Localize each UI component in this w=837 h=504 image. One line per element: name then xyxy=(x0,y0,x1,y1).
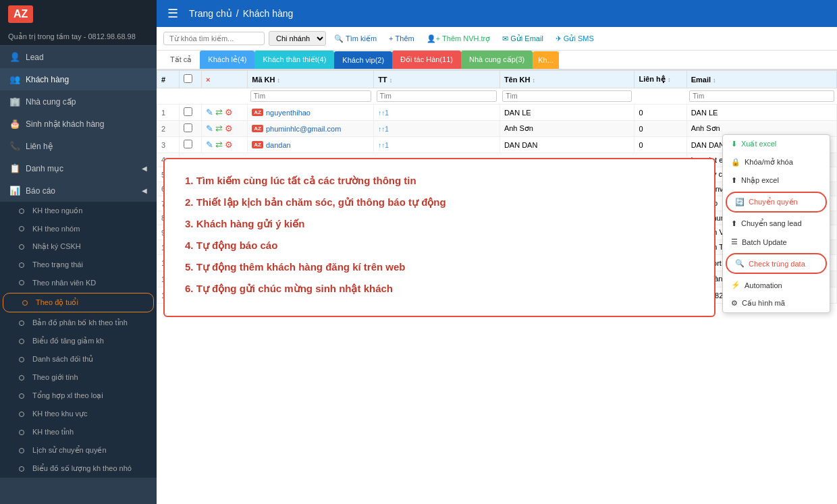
share-icon[interactable]: ⇄ xyxy=(215,107,223,117)
sidebar-sub-lichsuchuyenquyen[interactable]: Lịch sử chuyển quyền xyxy=(0,441,157,459)
sidebar-sub-label-12: KH theo tỉnh xyxy=(32,428,74,437)
sort-arrows-makh: ↕ xyxy=(277,77,281,84)
tab-kh-more[interactable]: Kh... xyxy=(533,51,559,69)
sidebar-item-nhacungcap[interactable]: 🏢 Nhà cung cấp xyxy=(0,90,157,113)
delete-icon[interactable]: ⚙ xyxy=(225,123,233,134)
breadcrumb-home[interactable]: Trang chủ xyxy=(189,8,232,19)
sidebar-item-baocao[interactable]: 📊 Báo cáo ◀ xyxy=(0,179,157,202)
makh-link[interactable]: dandan xyxy=(266,141,291,149)
filter-makh-input[interactable] xyxy=(250,90,371,102)
dropdown-chuyen-lead[interactable]: ⬆ Chuyển sang lead xyxy=(723,215,830,233)
branch-select[interactable]: Chi nhánh xyxy=(269,31,326,46)
sidebar-sub-dotuoi[interactable]: Theo độ tuổi xyxy=(3,293,154,312)
search-btn-icon: 🔍 xyxy=(334,34,344,43)
edit-icon[interactable]: ✎ xyxy=(206,107,213,117)
dropdown-check-trung[interactable]: 🔍 Check trùng data xyxy=(727,254,826,273)
sidebar-sub-gioitinh[interactable]: Theo giới tính xyxy=(0,368,157,387)
table-row: 1 ✎ ⇄ ⚙ AZ nguyenthihao xyxy=(157,105,837,121)
sidebar-sub-label-13: Lịch sử chuyển quyền xyxy=(32,446,107,455)
add-button[interactable]: + Thêm xyxy=(385,32,418,45)
filter-email[interactable] xyxy=(686,88,836,105)
row-checkbox[interactable] xyxy=(179,105,201,121)
tab-khach-than[interactable]: Khách thân thiết(4) xyxy=(254,51,334,69)
makh-link[interactable]: nguyenthihao xyxy=(266,109,310,117)
chuyen-lead-icon: ⬆ xyxy=(731,219,737,228)
sinhnhat-icon: 🎂 xyxy=(9,119,20,129)
dropdown-xuat-excel[interactable]: ⬇ Xuất excel xyxy=(723,135,830,153)
delete-icon[interactable]: ⚙ xyxy=(225,107,233,117)
row-checkbox[interactable] xyxy=(179,121,201,137)
sidebar-sub-bieudotanggiam[interactable]: Biểu đồ tăng giảm kh xyxy=(0,332,157,350)
sidebar-sub-khtinhkh[interactable]: KH theo tỉnh xyxy=(0,423,157,441)
tab-doi-tac[interactable]: Đối tác Hàn(11) xyxy=(392,51,461,69)
filter-tenkh-input[interactable] xyxy=(502,90,632,102)
col-email[interactable]: Email ↕ xyxy=(686,71,836,88)
sidebar-sub-bieudosolg[interactable]: Biểu đồ số lượng kh theo nhó xyxy=(0,459,157,478)
row-check[interactable] xyxy=(184,107,192,116)
row-check[interactable] xyxy=(184,140,192,148)
az-logo: AZ xyxy=(252,109,263,116)
sidebar-sub-bandophanbokh[interactable]: Bản đồ phân bố kh theo tỉnh xyxy=(0,314,157,332)
filter-tt[interactable] xyxy=(374,88,500,105)
sidebar-sub-nhatky[interactable]: Nhật ký CSKH xyxy=(0,237,157,256)
sidebar-sub-baocao: KH theo nguồn KH theo nhóm Nhật ký CSKH … xyxy=(0,202,157,478)
row-checkbox[interactable] xyxy=(179,137,201,153)
sidebar-item-danhmuc[interactable]: 📋 Danh mục ◀ xyxy=(0,157,157,179)
send-email-button[interactable]: ✉ Gửi Email xyxy=(498,32,547,45)
sidebar-sub-tonghopxl[interactable]: Tổng hợp xl theo loại xyxy=(0,387,157,405)
search-input[interactable] xyxy=(163,32,265,45)
col-makh[interactable]: Mã KH ↕ xyxy=(248,71,374,88)
dropdown-chuyen-quyen[interactable]: 🔄 Chuyển quyền xyxy=(727,193,826,211)
sidebar-item-lead[interactable]: 👤 Lead xyxy=(0,46,157,68)
tab-nha-cung[interactable]: Nhà cung cấp(3) xyxy=(461,51,533,69)
send-sms-button[interactable]: ✈ Gửi SMS xyxy=(551,32,598,45)
makh-link[interactable]: phuminhlc@gmail.com xyxy=(266,125,341,133)
sidebar-sub-label-4: Theo nhân viên KD xyxy=(32,279,96,287)
edit-icon[interactable]: ✎ xyxy=(206,123,213,134)
select-all-checkbox[interactable] xyxy=(184,74,192,83)
dropdown-nhap-excel[interactable]: ⬆ Nhập excel xyxy=(723,171,830,190)
menu-icon[interactable]: ☰ xyxy=(167,6,178,21)
feature-item-5: 6. Tự động gửi chúc mừng sinh nhật khách xyxy=(185,281,694,297)
col-checkbox[interactable] xyxy=(179,71,201,88)
col-lienhe[interactable]: Liên hệ ↕ xyxy=(634,71,686,88)
sidebar-sub-khnguon[interactable]: KH theo nguồn xyxy=(0,202,157,220)
tab-khach-le[interactable]: Khách lẻ(4) xyxy=(200,51,254,69)
xuat-excel-icon: ⬇ xyxy=(731,140,737,148)
filter-tenkh[interactable] xyxy=(500,88,634,105)
sidebar-sub-trangthai[interactable]: Theo trạng thái xyxy=(0,256,157,274)
sidebar-sub-danhsachdoithu[interactable]: Danh sách đối thủ xyxy=(0,350,157,368)
col-tt[interactable]: TT ↕ xyxy=(374,71,500,88)
sidebar-sub-khnhom[interactable]: KH theo nhóm xyxy=(0,220,157,237)
row-check[interactable] xyxy=(184,123,192,132)
sidebar-sub-khkhuvuc[interactable]: KH theo khu vực xyxy=(0,405,157,423)
dropdown-cau-hinh-ma[interactable]: ⚙ Cấu hình mã xyxy=(723,294,830,312)
edit-icon[interactable]: ✎ xyxy=(206,140,213,150)
automation-icon: ⚡ xyxy=(731,281,740,289)
sidebar-sub-nhanvien[interactable]: Theo nhân viên KD xyxy=(0,274,157,291)
col-tenkh[interactable]: Tên KH ↕ xyxy=(500,71,634,88)
search-button[interactable]: 🔍 Tìm kiếm xyxy=(330,32,381,45)
sort-arrows-tenkh: ↕ xyxy=(532,77,535,84)
dropdown-automation[interactable]: ⚡ Automation xyxy=(723,276,830,294)
sidebar-logo: AZ xyxy=(0,0,157,28)
sidebar-sub-label-11: KH theo khu vực xyxy=(32,410,88,418)
dropdown-khoa-mo-khoa[interactable]: 🔒 Khóa/mở khóa xyxy=(723,153,830,171)
topbar: ☰ Trang chủ / Khách hàng xyxy=(157,0,837,27)
delete-icon[interactable]: ⚙ xyxy=(225,140,233,150)
share-icon[interactable]: ⇄ xyxy=(215,140,223,150)
filter-email-input[interactable] xyxy=(689,90,834,102)
sidebar-item-khachhang[interactable]: 👥 Khách hàng xyxy=(0,68,157,90)
tab-khach-vip[interactable]: Khách vip(2) xyxy=(334,51,392,69)
filter-makh[interactable] xyxy=(248,88,374,105)
filter-tt-input[interactable] xyxy=(377,90,497,102)
add-nvh-button[interactable]: 👤+ Thêm NVH.trợ xyxy=(423,32,495,45)
dropdown-batch-update[interactable]: ☰ Batch Update xyxy=(723,233,830,251)
sidebar-item-sinhnhat[interactable]: 🎂 Sinh nhật khách hàng xyxy=(0,113,157,135)
filter-num xyxy=(157,88,180,105)
share-icon[interactable]: ⇄ xyxy=(215,123,223,134)
tab-tatca[interactable]: Tất cả xyxy=(162,51,200,69)
nhap-label: Nhập excel xyxy=(741,176,779,185)
baocao-arrow: ◀ xyxy=(142,187,147,194)
sidebar-item-lienhe[interactable]: 📞 Liên hệ xyxy=(0,135,157,157)
